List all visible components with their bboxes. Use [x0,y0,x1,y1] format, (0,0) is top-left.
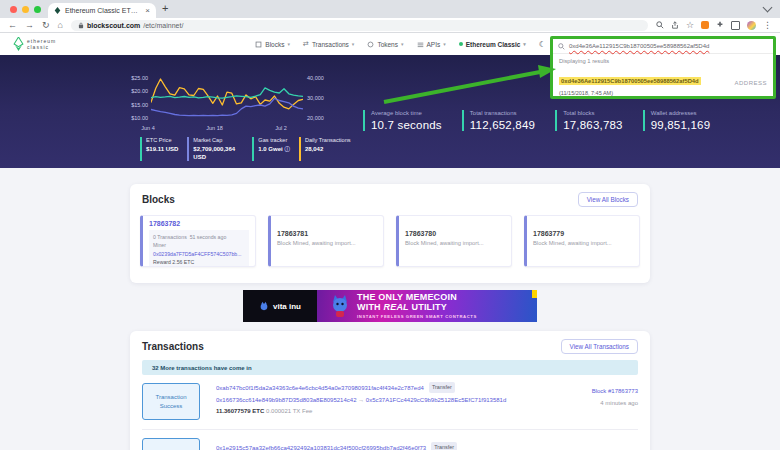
tab-favicon [54,7,61,14]
new-tab-button[interactable]: + [162,2,168,14]
block-meta: 0 Transactions 51 seconds ago Miner 0x02… [149,230,249,267]
home-icon[interactable]: ⌂ [58,21,63,30]
vita-inu-dog-icon [259,301,269,311]
etc-diamond-icon [13,37,24,51]
new-transactions-notification[interactable]: 32 More transactions have come in [142,360,638,375]
transaction-hash-link[interactable]: 0xab747bc0f1f5da2a34363c6e4e6cbc4d54a0e3… [216,385,424,391]
stat-total-transactions: Total transactions 112,652,849 [462,110,535,131]
transaction-status-badge: Transaction Success [142,383,200,420]
etc-logo[interactable]: ethereum classic [13,37,56,51]
from-address-link[interactable]: 0x166736cc614e849b9b87D35d803a8E8095214c… [216,397,356,403]
browser-tabbar: Ethereum Classic ETC Explorer × + [0,0,780,18]
transaction-fee: 0.000021 TX Fee [266,408,312,414]
share-icon[interactable] [671,21,679,29]
hero-chart-svg [151,75,303,121]
traffic-close-icon[interactable] [10,6,17,13]
search-icon [558,43,565,50]
chart-left-axis: $25.00$20.00$15.00$10.00 [126,75,151,121]
url-host: blockscout.com [87,22,140,29]
traffic-maximize-icon[interactable] [34,6,41,13]
nav-item-blocks[interactable]: Blocks▾ [255,41,290,48]
bookmark-star-icon[interactable]: ☆ [686,21,694,30]
stat-etc-price: ETC Price $19.11 USD [140,137,178,161]
network-status-dot [459,42,463,46]
search-results-dropdown: Displaying 1 results 0xd4e36Ae112915C9b1… [553,54,773,100]
search-dropdown-annotation: 0xd4e36Ae112915C9b18700505ee58988562af5D… [550,36,776,99]
window-chevron-icon[interactable] [763,3,773,13]
browser-menu-icon[interactable]: ⋮ [763,21,772,30]
extensions-puzzle-icon[interactable] [716,21,724,29]
profile-avatar[interactable] [747,21,756,30]
dark-mode-toggle-icon[interactable]: ☾ [539,40,546,49]
nav-item-tokens[interactable]: Tokens▾ [367,41,403,48]
search-result-item[interactable]: 0xd4e36Ae112915C9b18700505ee58988562af5D… [559,69,767,96]
blocks-cube-icon [255,41,262,48]
info-icon[interactable]: ⓘ [284,146,290,152]
blocks-card: Blocks View All Blocks 17863782 0 Transa… [130,184,650,283]
result-address-highlight[interactable]: 0xd4e36Ae112915C9b18700505ee58988562af5D… [559,77,701,85]
nav-item-transactions[interactable]: ⇄ Transactions▾ [303,40,354,48]
to-address-link[interactable]: 0x5c37A1FCc4429cC9b9b25128Ec5EfC71f91358… [366,397,506,403]
block-tile[interactable]: 17863782 0 Transactions 51 seconds ago M… [140,215,256,267]
chevron-down-icon: ▾ [352,41,355,47]
search-icon[interactable] [656,21,664,29]
ad-headline-2: WITH REAL UTILITY [357,303,537,313]
apis-lines-icon [417,41,424,48]
view-all-blocks-button[interactable]: View All Blocks [578,192,638,207]
tokens-coin-icon [367,41,374,48]
transactions-title: Transactions [142,341,204,352]
tab-title: Ethereum Classic ETC Explorer [65,7,141,14]
url-path: /etc/mainnet/ [143,22,183,29]
result-timestamp: (11/15/2018, 7:45 AM) [559,90,701,96]
chart-x-axis: Jun 4Jun 18Jul 2 [148,125,300,133]
transactions-card: Transactions View All Transactions 32 Mo… [130,331,650,450]
sidebar-icon[interactable] [731,21,740,30]
market-stats: ETC Price $19.11 USD Market Cap $2,709,0… [140,137,351,161]
ad-tagline: INSTANT FEELESS GREEN SMART CONTRACTS [357,314,537,319]
traffic-minimize-icon[interactable] [22,6,29,13]
stat-market-cap: Market Cap $2,709,000,364 USD [187,137,243,161]
chart-right-axis: 40,00030,00020,000 [303,75,333,121]
transaction-hash-link[interactable]: 0x1e2915c57aa32efb66ca4292492a103831dc34… [216,445,426,450]
transaction-row: Transaction Success 0x1e2915c57aa32efb66… [142,437,638,450]
ad-brand-panel: vita inu [243,290,317,322]
stat-daily-transactions: Daily Transactions 28,042 [299,137,351,161]
ad-brand-name: vita inu [273,302,301,311]
stat-wallet-addresses: Wallet addresses 99,851,169 [643,110,711,131]
miner-address-link[interactable]: 0x0239da7F7D5aF4CFF574C507bb... [153,251,242,257]
nav-item-network-selector[interactable]: Ethereum Classic▾ [459,41,526,48]
block-tile[interactable]: 17863781 Block Mined, awaiting import... [268,215,384,267]
price-chart: $25.00$20.00$15.00$10.00 40,00030,00020,… [126,75,333,121]
transaction-row: Transaction Success 0xab747bc0f1f5da2a34… [142,382,638,430]
back-icon[interactable]: ← [8,21,17,30]
transaction-type-chip: Transfer [429,382,455,393]
tab-close-icon[interactable]: × [145,7,150,15]
address-bar[interactable]: blockscout.com/etc/mainnet/ [71,20,648,31]
forward-icon[interactable]: → [25,21,34,30]
browser-tab[interactable]: Ethereum Classic ETC Explorer × [48,3,156,18]
chevron-down-icon: ▾ [443,41,446,47]
block-tiles: 17863782 0 Transactions 51 seconds ago M… [140,215,640,267]
view-all-transactions-button[interactable]: View All Transactions [561,339,638,354]
annotation-arrow [382,58,564,106]
ad-corner-marker [532,290,537,298]
transaction-status-badge: Transaction Success [142,438,200,450]
logo-text: ethereum classic [27,38,56,50]
search-query-text: 0xd4e36Ae112915C9b18700505ee58988562af5D… [569,43,709,49]
main-nav: Blocks▾ ⇄ Transactions▾ Tokens▾ APIs▾ Et… [255,33,546,55]
result-type-label: ADDRESS [730,80,767,86]
chart-plot [151,75,303,121]
screen: Ethereum Classic ETC Explorer × + ← → ↻ … [0,0,780,450]
stat-total-blocks: Total blocks 17,863,783 [555,110,623,131]
metamask-extension-icon[interactable] [701,21,709,29]
nav-item-apis[interactable]: APIs▾ [417,41,446,48]
browser-toolbar: ← → ↻ ⌂ blockscout.com/etc/mainnet/ ☆ ⋮ [0,18,780,33]
reload-icon[interactable]: ↻ [42,21,50,30]
block-tile[interactable]: 17863779 Block Mined, awaiting import... [524,215,640,267]
block-link[interactable]: Block #17863773 [592,385,638,397]
ad-mascot-icon [329,294,351,318]
search-input[interactable]: 0xd4e36Ae112915C9b18700505ee58988562af5D… [553,39,773,54]
ad-banner[interactable]: vita inu THE ONLY MEMECOIN WITH REAL UTI… [243,290,537,322]
block-tile[interactable]: 17863780 Block Mined, awaiting import... [396,215,512,267]
block-number-link[interactable]: 17863782 [149,220,249,227]
